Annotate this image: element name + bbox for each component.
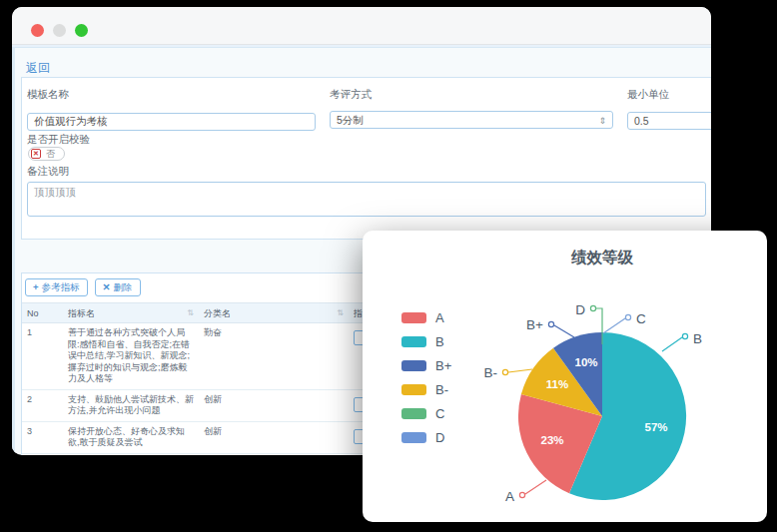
validation-label: 是否开启校验 — [27, 133, 90, 147]
method-select[interactable]: 5分制 ⇕ — [330, 111, 613, 129]
sort-icon: ⇅ — [187, 303, 194, 322]
row-no: 3 — [27, 422, 68, 453]
validation-toggle[interactable]: ✕ 否 — [28, 147, 65, 161]
delete-button[interactable]: ✕删除 — [95, 278, 141, 296]
row-indicator-name: 善于通过各种方式突破个人局限:感悟和自省、自我否定;在错误中总结,学习新知识、新… — [68, 323, 204, 389]
row-category: 创新 — [204, 422, 354, 453]
header-name-label: 指标名 — [68, 303, 95, 322]
performance-chart-card: 绩效等级 ABB+B-CD BCDB+B-A57%23%11%10% — [363, 231, 767, 522]
method-label: 考评方式 — [330, 88, 613, 102]
header-no: No — [27, 303, 68, 322]
callout-dot-B — [682, 333, 687, 338]
callout-label-C: C — [636, 311, 646, 326]
callout-line-D — [596, 308, 602, 332]
method-select-value: 5分制 — [337, 114, 364, 126]
callout-label-D: D — [575, 302, 585, 317]
delete-x-icon: ✕ — [103, 281, 111, 292]
table-toolbar: +参考指标 ✕删除 — [25, 278, 148, 296]
callout-line-C — [603, 318, 625, 333]
close-button[interactable] — [31, 24, 44, 37]
delete-label: 删除 — [114, 281, 133, 292]
add-indicator-button[interactable]: +参考指标 — [25, 278, 88, 296]
callout-label-B-: B- — [484, 365, 498, 380]
callout-line-B- — [508, 369, 532, 372]
header-name[interactable]: 指标名 ⇅ — [68, 303, 204, 322]
pie-pct-label-B-: 11% — [546, 378, 568, 390]
template-name-input[interactable] — [27, 113, 316, 131]
remark-label: 备注说明 — [27, 165, 69, 179]
callout-dot-B+ — [548, 321, 553, 326]
back-link[interactable]: 返回 — [26, 60, 50, 77]
row-no: 1 — [27, 323, 68, 389]
add-indicator-label: 参考指标 — [42, 281, 80, 292]
header-category-label: 分类名 — [204, 303, 231, 322]
callout-dot-D — [590, 305, 595, 310]
row-category: 创新 — [204, 390, 354, 421]
callout-line-B+ — [554, 325, 574, 337]
pie-pct-label-B+: 10% — [574, 356, 597, 368]
template-name-label: 模板名称 — [27, 88, 316, 102]
toggle-off-icon: ✕ — [31, 149, 41, 159]
row-category: 勤奋 — [204, 323, 354, 389]
plus-icon: + — [33, 281, 39, 292]
zoom-button[interactable] — [75, 24, 88, 37]
callout-label-B+: B+ — [526, 317, 543, 332]
window-titlebar — [12, 7, 711, 45]
row-no: 4 — [27, 454, 68, 456]
callout-line-B — [662, 337, 682, 351]
row-indicator-name: 保持开放心态、好奇心及求知欲,敢于质疑及尝试 — [68, 422, 204, 453]
row-no: 2 — [27, 390, 68, 421]
callout-label-B: B — [693, 331, 702, 346]
row-indicator-name: 善于将经过实践检验的创新思路和方法文字化、制度化,纳入日常工作流程 — [68, 454, 204, 456]
screenshot-stage: 返回 模板名称 考评方式 5分制 ⇕ 最小单位 — [0, 0, 777, 532]
min-unit-label: 最小单位 — [627, 88, 711, 102]
row-indicator-name: 支持、鼓励他人尝试新技术、新方法,并允许出现小问题 — [68, 390, 204, 421]
sort-icon: ⇅ — [337, 303, 344, 322]
callout-dot-A — [519, 492, 524, 497]
callout-dot-C — [625, 314, 630, 319]
minimize-button[interactable] — [53, 24, 66, 37]
toggle-value: 否 — [46, 148, 55, 161]
remark-textarea[interactable]: 顶顶顶顶 — [27, 182, 706, 217]
pie-pct-label-A: 23% — [540, 434, 563, 446]
min-unit-input[interactable] — [627, 112, 711, 130]
pie-chart: BCDB+B-A57%23%11%10% — [363, 231, 767, 522]
callout-line-A — [525, 480, 546, 494]
form-panel: 模板名称 考评方式 5分制 ⇕ 最小单位 是否开启校验 ✕ — [21, 77, 711, 240]
callout-label-A: A — [505, 489, 514, 504]
pie-pct-label-B: 57% — [644, 421, 667, 433]
callout-dot-B- — [502, 369, 507, 374]
select-caret-icon: ⇕ — [598, 113, 606, 129]
header-category[interactable]: 分类名 ⇅ — [204, 303, 354, 322]
row-category: 创新 — [204, 454, 354, 456]
